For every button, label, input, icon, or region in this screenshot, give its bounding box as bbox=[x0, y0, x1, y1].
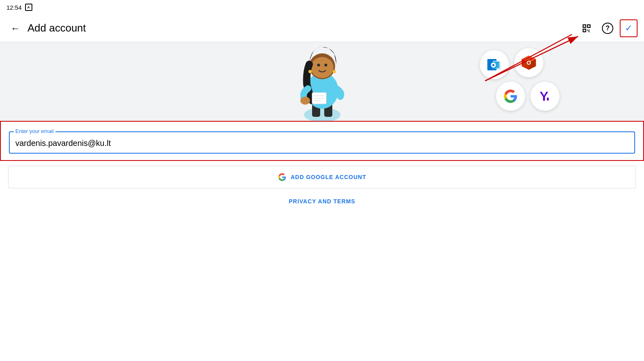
svg-rect-21 bbox=[492, 64, 494, 66]
toolbar-right: ? ✓ bbox=[578, 19, 638, 37]
svg-point-11 bbox=[308, 70, 312, 73]
svg-point-9 bbox=[317, 64, 320, 67]
email-input[interactable] bbox=[15, 139, 629, 148]
person-illustration: O bbox=[237, 42, 407, 121]
help-button[interactable]: ? bbox=[599, 19, 617, 37]
email-section: Enter your email bbox=[0, 121, 644, 161]
help-icon: ? bbox=[602, 23, 613, 34]
svg-point-13 bbox=[300, 97, 310, 105]
outlook-icon bbox=[480, 50, 509, 79]
google-icon bbox=[496, 82, 525, 111]
svg-text:O: O bbox=[526, 59, 531, 66]
yahoo-icon bbox=[530, 82, 560, 111]
privacy-terms-link[interactable]: PRIVACY AND TERMS bbox=[289, 198, 355, 205]
add-google-account-button[interactable]: ADD GOOGLE ACCOUNT bbox=[8, 166, 636, 188]
google-logo-icon bbox=[278, 173, 287, 182]
qr-icon bbox=[581, 23, 592, 34]
email-field-container: Enter your email bbox=[9, 131, 635, 154]
checkmark-icon: ✓ bbox=[625, 23, 632, 34]
email-field-label: Enter your email bbox=[14, 128, 55, 134]
privacy-container: PRIVACY AND TERMS bbox=[0, 193, 644, 209]
confirm-button[interactable]: ✓ bbox=[620, 19, 638, 37]
svg-point-3 bbox=[304, 108, 340, 121]
keyboard-icon: A bbox=[25, 4, 32, 11]
svg-point-10 bbox=[324, 64, 327, 67]
back-arrow-icon: ← bbox=[11, 23, 20, 34]
status-time: 12:54 bbox=[6, 4, 22, 11]
svg-point-12 bbox=[333, 70, 336, 73]
person-svg bbox=[290, 44, 355, 121]
hero-area: O bbox=[0, 42, 644, 121]
svg-rect-24 bbox=[547, 97, 549, 101]
add-google-account-label: ADD GOOGLE ACCOUNT bbox=[291, 174, 366, 180]
svg-point-8 bbox=[311, 57, 334, 78]
back-button[interactable]: ← bbox=[6, 19, 24, 37]
google-btn-container: ADD GOOGLE ACCOUNT bbox=[0, 161, 644, 193]
status-bar: 12:54 A bbox=[0, 0, 644, 15]
qr-code-button[interactable] bbox=[578, 19, 595, 37]
app-bar: ← Add account ? ✓ bbox=[0, 15, 644, 42]
page-title: Add account bbox=[27, 22, 578, 34]
office-icon: O bbox=[514, 48, 543, 77]
